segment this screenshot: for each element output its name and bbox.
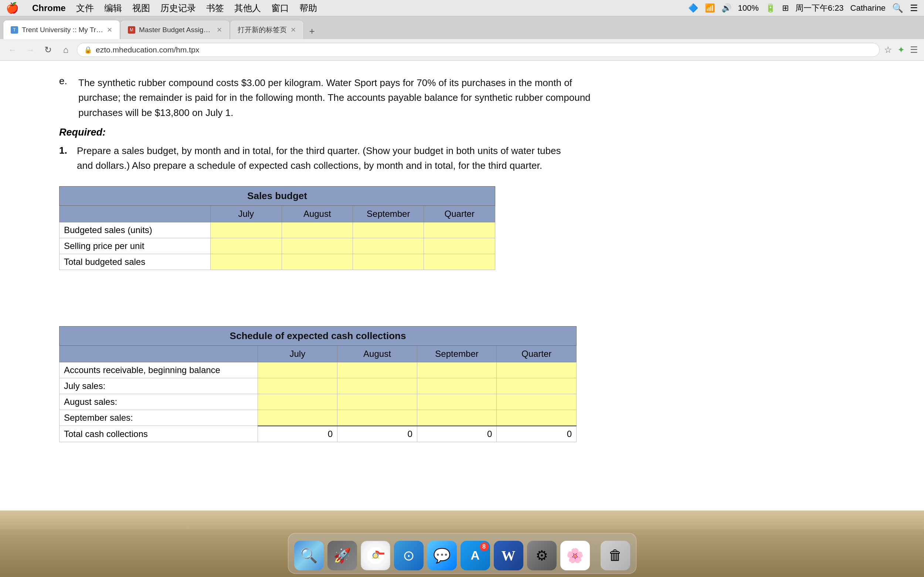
dock-chrome[interactable]: [361, 541, 390, 571]
cash-col-empty: [60, 346, 258, 363]
menu-bar: 🍎 Chrome 文件 编辑 视图 历史记录 书签 其他人 窗口 帮助 🔷 📶 …: [0, 0, 924, 16]
cash-col-september: September: [417, 346, 497, 363]
menu-file[interactable]: 文件: [76, 2, 94, 14]
menu-window[interactable]: 窗口: [271, 2, 289, 14]
dock-launchpad[interactable]: 🚀: [328, 541, 357, 571]
cell-augsales-july[interactable]: [258, 394, 338, 410]
dock-divider: [595, 545, 595, 571]
cell-julysales-july[interactable]: [258, 378, 338, 394]
url-text: ezto.mheducation.com/hm.tpx: [96, 45, 199, 54]
tab-favicon-trent: T: [11, 26, 18, 34]
row-august-sales: August sales:: [60, 394, 577, 410]
row-label-sep-sales: September sales:: [60, 410, 258, 426]
refresh-button[interactable]: ↻: [41, 43, 55, 56]
cell-total-july: 0: [258, 426, 338, 442]
cell-total-august[interactable]: [282, 254, 352, 270]
cell-price-september[interactable]: [353, 238, 424, 254]
forward-button[interactable]: →: [24, 43, 37, 56]
menu-people[interactable]: 其他人: [234, 2, 261, 14]
new-tab-button[interactable]: +: [304, 23, 320, 39]
para-e-text: The synthetic rubber compound costs $3.0…: [78, 75, 596, 120]
menu-edit[interactable]: 编辑: [104, 2, 122, 14]
apple-menu[interactable]: 🍎: [6, 2, 19, 14]
menu-view[interactable]: 视图: [132, 2, 150, 14]
menu-help[interactable]: 帮助: [299, 2, 317, 14]
menu-bar-right: 🔷 📶 🔊 100% 🔋 ⊞ 周一下午6:23 Catharine 🔍 ☰: [688, 3, 918, 14]
cash-col-july: July: [258, 346, 338, 363]
tab-trent[interactable]: T Trent University :: My Trent ✕: [3, 20, 120, 39]
tab-label-new: 打开新的标签页: [237, 25, 287, 35]
col-september: September: [353, 206, 424, 222]
row-label-units: Budgeted sales (units): [60, 222, 211, 238]
col-july: July: [211, 206, 282, 222]
cell-ar-july[interactable]: [258, 363, 338, 378]
cell-units-august[interactable]: [282, 222, 352, 238]
cash-col-quarter: Quarter: [497, 346, 577, 363]
sales-budget-header: Sales budget: [60, 187, 495, 206]
notif-icon[interactable]: ☰: [910, 3, 918, 13]
cell-price-quarter[interactable]: [424, 238, 495, 254]
cell-julysales-quarter[interactable]: [497, 378, 577, 394]
cell-augsales-august[interactable]: [338, 394, 417, 410]
cell-total-july[interactable]: [211, 254, 282, 270]
cell-price-august[interactable]: [282, 238, 352, 254]
cash-header: Schedule of expected cash collections: [60, 327, 577, 346]
datetime: 周一下午6:23: [795, 3, 844, 14]
search-icon[interactable]: 🔍: [892, 3, 903, 13]
cell-augsales-quarter[interactable]: [497, 394, 577, 410]
dock-photos[interactable]: 🌸: [560, 541, 590, 571]
bookmark-icon[interactable]: ☆: [884, 45, 892, 55]
dock-system-prefs[interactable]: ⚙: [527, 541, 557, 571]
dock-finder[interactable]: 🔍: [294, 541, 324, 571]
tab-close-master[interactable]: ✕: [216, 26, 222, 34]
tab-new[interactable]: 打开新的标签页 ✕: [230, 20, 304, 39]
row-total-sales: Total budgeted sales: [60, 254, 495, 270]
cell-total-quarter[interactable]: [424, 254, 495, 270]
cell-sepsales-august[interactable]: [338, 410, 417, 426]
cell-units-july[interactable]: [211, 222, 282, 238]
cash-title: Schedule of expected cash collections: [60, 327, 577, 346]
col-august: August: [282, 206, 352, 222]
cell-units-september[interactable]: [353, 222, 424, 238]
menu-chrome[interactable]: Chrome: [32, 3, 66, 13]
q1-number: 1.: [59, 143, 71, 173]
cell-units-quarter[interactable]: [424, 222, 495, 238]
username: Catharine: [850, 3, 885, 13]
cell-sepsales-september[interactable]: [417, 410, 497, 426]
cell-ar-august[interactable]: [338, 363, 417, 378]
row-total-cash: Total cash collections 0 0 0 0: [60, 426, 577, 442]
dock-appstore[interactable]: A 8: [460, 541, 490, 571]
dock-word[interactable]: W: [494, 541, 523, 571]
dock-messages[interactable]: 💬: [427, 541, 457, 571]
question-1: 1. Prepare a sales budget, by month and …: [59, 143, 577, 173]
cell-augsales-september[interactable]: [417, 394, 497, 410]
cell-total-august: 0: [338, 426, 417, 442]
row-label-total-sales: Total budgeted sales: [60, 254, 211, 270]
cash-collections-table: Schedule of expected cash collections Ju…: [59, 326, 577, 442]
tab-close-new[interactable]: ✕: [291, 26, 296, 34]
cell-ar-quarter[interactable]: [497, 363, 577, 378]
dock-trash[interactable]: 🗑: [601, 541, 630, 571]
menu-bookmarks[interactable]: 书签: [206, 2, 224, 14]
sales-budget-title: Sales budget: [60, 187, 495, 206]
bluetooth-icon: 🔷: [688, 3, 698, 13]
cell-price-july[interactable]: [211, 238, 282, 254]
back-button[interactable]: ←: [6, 43, 19, 56]
tab-master-budget[interactable]: M Master Budget Assignment... ✕: [120, 20, 230, 39]
cell-sepsales-july[interactable]: [258, 410, 338, 426]
tab-close-trent[interactable]: ✕: [107, 26, 112, 34]
menu-history[interactable]: 历史记录: [160, 2, 196, 14]
dock-safari[interactable]: ⊙: [394, 541, 423, 571]
cell-julysales-september[interactable]: [417, 378, 497, 394]
home-button[interactable]: ⌂: [59, 43, 73, 56]
menu-icon[interactable]: ☰: [910, 45, 918, 55]
cash-col-august: August: [338, 346, 417, 363]
address-input[interactable]: 🔒 ezto.mheducation.com/hm.tpx: [77, 43, 880, 57]
row-label-ar: Accounts receivable, beginning balance: [60, 363, 258, 378]
cell-total-september[interactable]: [353, 254, 424, 270]
cell-sepsales-quarter[interactable]: [497, 410, 577, 426]
cell-ar-september[interactable]: [417, 363, 497, 378]
battery-percent: 100%: [738, 3, 759, 13]
extension-icon[interactable]: ✦: [897, 45, 905, 55]
cell-julysales-august[interactable]: [338, 378, 417, 394]
